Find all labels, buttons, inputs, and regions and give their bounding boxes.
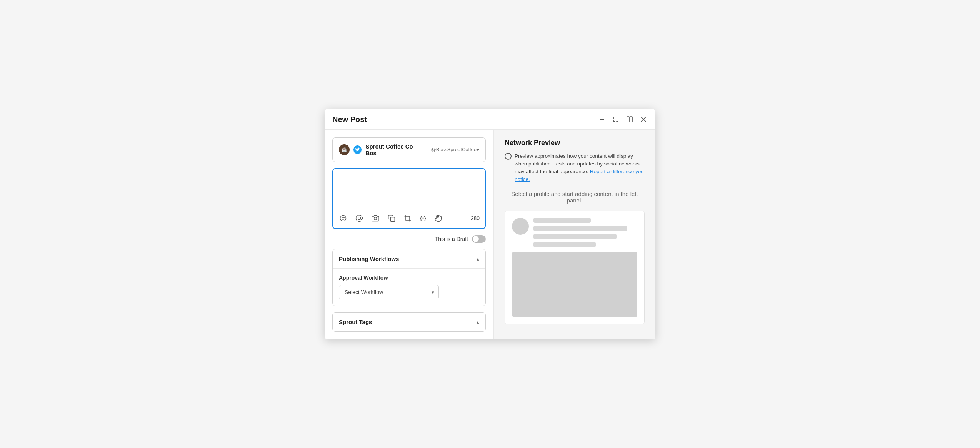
editor-toolbar: {+} 280	[338, 214, 480, 223]
svg-point-8	[358, 217, 361, 219]
publishing-workflows-section: Publishing Workflows ▴ Approval Workflow…	[332, 249, 486, 306]
close-button[interactable]	[639, 115, 648, 124]
network-preview-title: Network Preview	[505, 139, 645, 147]
publishing-workflows-chevron-icon: ▴	[477, 256, 479, 262]
post-content-input[interactable]	[338, 174, 480, 209]
modal-header: New Post	[325, 109, 655, 130]
preview-info-text: Preview approximates how your content wi…	[515, 152, 645, 184]
preview-avatar	[512, 218, 529, 235]
profile-selector[interactable]: ☕ Sprout Coffee Co Bos @BossSproutCoffee…	[332, 137, 486, 162]
svg-point-7	[344, 217, 344, 217]
draft-toggle[interactable]	[472, 235, 486, 243]
right-panel: Network Preview i Preview approximates h…	[494, 130, 655, 339]
preview-line-3	[533, 234, 617, 239]
sprout-tags-section: Sprout Tags ▴	[332, 312, 486, 332]
modal-body: ☕ Sprout Coffee Co Bos @BossSproutCoffee…	[325, 130, 655, 339]
workflow-select[interactable]: Select Workflow	[339, 285, 439, 299]
crop-button[interactable]	[403, 214, 412, 223]
svg-rect-0	[600, 119, 604, 120]
char-count: 280	[471, 215, 480, 221]
profile-handle: @BossSproutCoffee	[431, 147, 477, 152]
sprout-tags-header[interactable]: Sprout Tags ▴	[333, 313, 485, 331]
svg-rect-10	[391, 217, 395, 221]
hand-button[interactable]	[433, 214, 443, 223]
modal-header-actions	[598, 115, 648, 124]
emoji-button[interactable]	[338, 214, 348, 223]
svg-point-9	[374, 217, 377, 220]
profile-left: ☕ Sprout Coffee Co Bos @BossSproutCoffee	[339, 143, 477, 156]
tile-button[interactable]	[625, 115, 634, 124]
preview-card	[505, 211, 645, 324]
preview-info-row: i Preview approximates how your content …	[505, 152, 645, 184]
profile-coffee-icon: ☕	[341, 147, 347, 152]
preview-line-1	[533, 218, 591, 223]
left-panel: ☕ Sprout Coffee Co Bos @BossSproutCoffee…	[325, 130, 494, 339]
svg-rect-1	[627, 117, 629, 122]
sprout-tags-chevron-icon: ▴	[477, 319, 479, 325]
mention-button[interactable]	[355, 214, 364, 223]
camera-button[interactable]	[371, 214, 380, 223]
toggle-knob	[473, 236, 479, 242]
publishing-workflows-body: Approval Workflow Select Workflow ▾	[333, 268, 485, 306]
preview-line-4	[533, 242, 596, 247]
sprout-tags-title: Sprout Tags	[339, 319, 372, 325]
publishing-workflows-title: Publishing Workflows	[339, 256, 399, 262]
modal-title: New Post	[332, 115, 367, 124]
svg-rect-2	[630, 117, 632, 122]
text-editor: {+} 280	[332, 168, 486, 229]
workflow-select-wrapper: Select Workflow ▾	[339, 285, 439, 299]
code-button[interactable]: {+}	[419, 214, 427, 222]
twitter-icon	[353, 145, 362, 154]
svg-point-5	[340, 215, 346, 221]
profile-icon: ☕	[339, 144, 350, 155]
svg-point-6	[342, 217, 342, 217]
preview-avatar-row	[512, 218, 637, 247]
publishing-workflows-header[interactable]: Publishing Workflows ▴	[333, 249, 485, 268]
preview-line-2	[533, 226, 627, 231]
info-icon: i	[505, 153, 512, 160]
draft-label: This is a Draft	[435, 236, 468, 242]
profile-chevron-icon: ▾	[477, 147, 479, 153]
preview-lines	[533, 218, 637, 247]
preview-image-placeholder	[512, 252, 637, 317]
expand-button[interactable]	[612, 115, 620, 124]
profile-name: Sprout Coffee Co Bos	[365, 143, 425, 156]
approval-workflow-label: Approval Workflow	[339, 275, 479, 281]
new-post-modal: New Post	[325, 109, 655, 339]
toolbar-icons: {+}	[338, 214, 443, 223]
minimize-button[interactable]	[598, 115, 606, 124]
preview-placeholder-text: Select a profile and start adding conten…	[505, 191, 645, 204]
draft-row: This is a Draft	[332, 235, 486, 243]
copy-button[interactable]	[387, 214, 396, 223]
